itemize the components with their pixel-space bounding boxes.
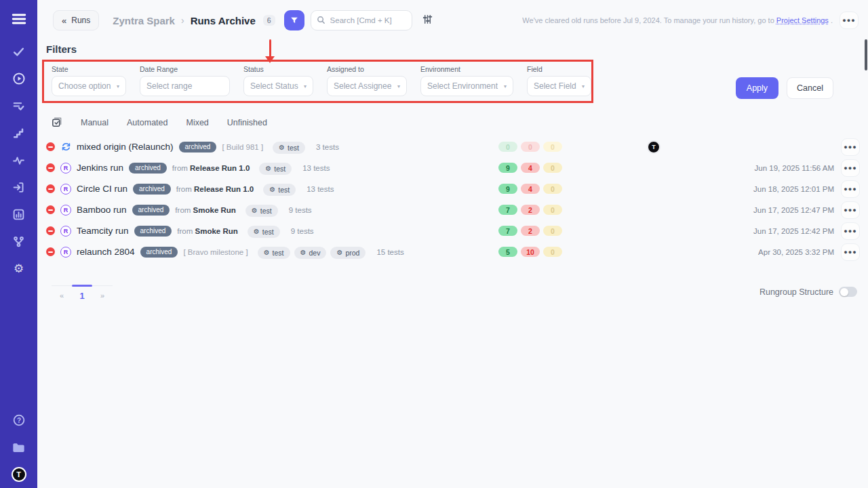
filter-value: Select Assignee — [334, 81, 391, 91]
filter-toggle-button[interactable] — [284, 10, 304, 30]
filter-group-field: FieldSelect Field▾ — [527, 65, 591, 96]
project-settings-link[interactable]: Project Settings — [776, 16, 829, 24]
run-title[interactable]: relaunch 2804 — [77, 247, 135, 257]
pagination-next[interactable]: » — [92, 286, 113, 305]
run-source: from Smoke Run — [175, 206, 235, 214]
apply-button[interactable]: Apply — [736, 77, 778, 99]
assignee-avatar[interactable]: T — [648, 141, 660, 153]
run-title[interactable]: Jenkins run — [77, 163, 123, 173]
tag-pill-test[interactable]: ⚙test — [273, 142, 305, 154]
gear-icon: ⚙ — [300, 249, 307, 256]
filter-label: Date Range — [140, 65, 230, 73]
tag-pill-prod[interactable]: ⚙prod — [330, 247, 366, 259]
scrollbar-thumb[interactable] — [865, 39, 867, 70]
tag-pill-test[interactable]: ⚙test — [248, 226, 280, 238]
remove-run-icon[interactable] — [46, 142, 55, 151]
breadcrumb-project[interactable]: Zyntra Spark — [113, 15, 175, 26]
run-source: from Release Run 1.0 — [172, 164, 250, 172]
sidebar-item-branch-icon[interactable] — [0, 228, 37, 255]
run-menu-button[interactable]: ●●● — [841, 138, 860, 156]
run-tags: ⚙test — [269, 140, 305, 154]
tab-unfinished[interactable]: Unfinished — [227, 118, 267, 127]
cancel-button[interactable]: Cancel — [787, 77, 833, 99]
ellipsis-icon: ●●● — [844, 186, 856, 192]
filter-group-assigned-to: Assigned toSelect Assignee▾ — [327, 65, 407, 96]
remove-run-icon[interactable] — [46, 205, 55, 214]
filter-input[interactable]: Select range — [140, 76, 230, 96]
gear-icon: ⚙ — [265, 165, 271, 172]
tag-pill-dev[interactable]: ⚙dev — [294, 247, 327, 259]
run-title[interactable]: Bamboo run — [77, 205, 127, 215]
run-menu-button[interactable]: ●●● — [841, 180, 860, 198]
filter-select[interactable]: Choose option▾ — [52, 76, 126, 96]
sidebar-item-tests-check-icon[interactable] — [0, 38, 37, 65]
sidebar-item-import-icon[interactable] — [0, 174, 37, 201]
passed-count: 7 — [498, 226, 517, 236]
tag-label: prod — [345, 249, 359, 257]
filter-select[interactable]: Select Field▾ — [527, 76, 591, 96]
filter-value: Select Field — [534, 81, 576, 91]
tests-count: 9 tests — [289, 206, 312, 214]
skipped-count: 0 — [543, 163, 562, 173]
branch-icon — [12, 235, 25, 248]
sidebar-item-folder-icon[interactable] — [0, 434, 37, 461]
tag-pill-test[interactable]: ⚙test — [263, 184, 296, 196]
tag-pill-test[interactable]: ⚙test — [258, 247, 290, 259]
sidebar-item-help-icon[interactable]: ? — [0, 407, 37, 434]
tag-pill-test[interactable]: ⚙test — [259, 163, 292, 175]
notice-text: We've cleared old runs before Jul 9, 202… — [522, 16, 776, 24]
run-menu-button[interactable]: ●●● — [841, 222, 860, 240]
pagination-page-1[interactable]: 1 — [72, 286, 92, 305]
filter-label: Field — [527, 65, 591, 73]
header-more-button[interactable]: ●●● — [840, 12, 859, 29]
filter-label: Status — [243, 65, 313, 73]
tab-mixed[interactable]: Mixed — [186, 118, 208, 127]
sidebar-item-menu-icon[interactable] — [0, 0, 37, 38]
run-menu-button[interactable]: ●●● — [841, 243, 860, 261]
sidebar-item-plans-list-check-icon[interactable] — [0, 92, 37, 119]
sidebar-item-runs-play-icon[interactable] — [0, 65, 37, 92]
tab-manual[interactable]: Manual — [81, 118, 108, 127]
run-row: R Teamcity run archived from Smoke Run ⚙… — [37, 220, 868, 241]
back-button-label: Runs — [71, 16, 90, 25]
sidebar-item-analytics-chart-icon[interactable] — [0, 201, 37, 228]
archived-badge: archived — [133, 184, 171, 195]
tag-label: test — [274, 165, 285, 173]
select-all-icon[interactable] — [51, 117, 62, 128]
filter-select[interactable]: Select Status▾ — [243, 76, 313, 96]
remove-run-icon[interactable] — [46, 226, 55, 235]
remove-run-icon[interactable] — [46, 247, 55, 256]
funnel-icon — [290, 16, 299, 25]
filter-select[interactable]: Select Environment▾ — [420, 76, 513, 96]
result-counts: 5 10 0 — [498, 247, 573, 257]
tag-pill-test[interactable]: ⚙test — [245, 205, 278, 217]
header: « Runs Zyntra Spark › Runs Archive 6 We'… — [37, 0, 868, 41]
run-menu-button[interactable]: ●●● — [841, 159, 860, 177]
run-date: Apr 30, 2025 3:32 PM — [668, 248, 841, 256]
filter-actions: Apply Cancel — [736, 77, 833, 99]
result-counts: 7 2 0 — [498, 226, 573, 236]
filter-select[interactable]: Select Assignee▾ — [327, 76, 407, 96]
pagination-prev[interactable]: « — [52, 286, 72, 305]
rungroup-structure-toggle[interactable] — [839, 287, 857, 297]
run-title[interactable]: Circle CI run — [77, 184, 127, 194]
cleanup-notice: We've cleared old runs before Jul 9, 202… — [522, 16, 833, 24]
plans-list-check-icon — [12, 100, 25, 113]
automated-run-icon: R — [60, 226, 71, 237]
run-menu-button[interactable]: ●●● — [841, 201, 860, 219]
display-settings-button[interactable] — [420, 12, 435, 28]
tests-count: 13 tests — [302, 164, 330, 172]
run-title[interactable]: Teamcity run — [77, 226, 129, 236]
tab-automated[interactable]: Automated — [127, 118, 167, 127]
sidebar-item-logo-avatar[interactable]: T — [0, 461, 37, 488]
back-to-runs-button[interactable]: « Runs — [53, 10, 99, 30]
archived-badge: archived — [140, 247, 178, 258]
steps-icon — [12, 127, 25, 140]
main-content: « Runs Zyntra Spark › Runs Archive 6 We'… — [37, 0, 868, 488]
sidebar-item-pulse-activity-icon[interactable] — [0, 146, 37, 174]
sidebar-item-settings-gear-icon[interactable]: ⚙ — [0, 255, 37, 282]
remove-run-icon[interactable] — [46, 163, 55, 172]
sidebar-item-steps-icon[interactable] — [0, 119, 37, 146]
remove-run-icon[interactable] — [46, 184, 55, 193]
run-title[interactable]: mixed origin (Relaunch) — [77, 142, 174, 152]
